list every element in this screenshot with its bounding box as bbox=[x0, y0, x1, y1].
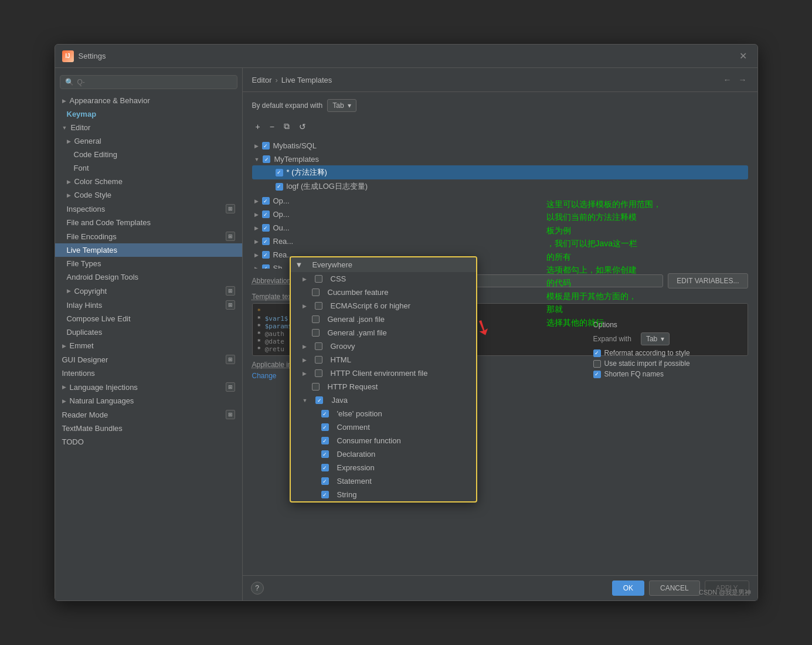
checkbox-shorten-fq[interactable]: ✓ bbox=[593, 371, 601, 378]
expand-value: Tab bbox=[332, 101, 344, 110]
cancel-button[interactable]: CANCEL bbox=[649, 580, 700, 596]
popup-item-http-req[interactable]: HTTP Request bbox=[291, 380, 476, 393]
popup-item-html[interactable]: ▶ HTML bbox=[291, 353, 476, 366]
tree-item-log-var[interactable]: ✓ logf (生成LOG日志变量) bbox=[252, 179, 748, 193]
sidebar-item-code-editing[interactable]: Code Editing bbox=[55, 148, 242, 161]
popup-item-yaml[interactable]: General .yaml file bbox=[291, 326, 476, 340]
popup-item-statement[interactable]: ✓ Statement bbox=[291, 474, 476, 488]
checkbox-ou[interactable]: ✓ bbox=[262, 224, 270, 232]
checkbox-mytemplates[interactable]: ✓ bbox=[263, 155, 270, 163]
sidebar-item-general[interactable]: ▶ General bbox=[55, 134, 242, 148]
checkbox-static-import[interactable] bbox=[593, 360, 601, 368]
checkbox-statement[interactable]: ✓ bbox=[321, 477, 329, 485]
popup-item-comment[interactable]: ✓ Comment bbox=[291, 420, 476, 434]
sidebar-item-color-scheme[interactable]: ▶ Color Scheme bbox=[55, 175, 242, 188]
popup-item-expression[interactable]: ✓ Expression bbox=[291, 461, 476, 474]
sidebar-item-language-injections[interactable]: ▶ Language Injections ⊞ bbox=[55, 380, 242, 394]
sidebar-item-duplicates[interactable]: Duplicates bbox=[55, 325, 242, 339]
popup-item-string[interactable]: ✓ String bbox=[291, 488, 476, 501]
checkbox-ecma[interactable] bbox=[315, 302, 322, 310]
checkbox-reformat[interactable]: ✓ bbox=[593, 349, 601, 357]
checkbox-log-var[interactable]: ✓ bbox=[276, 183, 283, 191]
help-button[interactable]: ? bbox=[251, 582, 264, 595]
popup-item-else-pos[interactable]: ✓ 'else' position bbox=[291, 407, 476, 420]
checkbox-op1[interactable]: ✓ bbox=[262, 197, 270, 205]
checkbox-java[interactable]: ✓ bbox=[315, 396, 323, 404]
undo-button[interactable]: ↺ bbox=[295, 120, 310, 134]
nav-back[interactable]: ← bbox=[722, 74, 733, 86]
checkbox-groovy[interactable] bbox=[315, 342, 322, 350]
popup-item-http-env[interactable]: ▶ HTTP Client environment file bbox=[291, 366, 476, 380]
search-box: 🔍 bbox=[60, 75, 237, 89]
sidebar: 🔍 ▶ Appearance & Behavior Keymap ▼ Edito… bbox=[55, 68, 243, 600]
sidebar-item-intentions[interactable]: Intentions bbox=[55, 366, 242, 380]
checkbox-consumer[interactable]: ✓ bbox=[321, 437, 329, 444]
sidebar-item-todo[interactable]: TODO bbox=[55, 435, 242, 449]
sidebar-item-emmet[interactable]: ▶ Emmet bbox=[55, 339, 242, 352]
add-button[interactable]: + bbox=[252, 120, 264, 134]
checkbox-http-req[interactable] bbox=[312, 383, 320, 391]
copy-button[interactable]: ⧉ bbox=[280, 119, 293, 134]
option-label-static-import: Use static import if possible bbox=[604, 359, 690, 368]
checkbox-json[interactable] bbox=[312, 315, 320, 323]
sidebar-item-compose-live-edit[interactable]: Compose Live Edit bbox=[55, 312, 242, 325]
checkbox-op2[interactable]: ✓ bbox=[262, 211, 270, 218]
expand-bar: By default expand with Tab ▾ bbox=[252, 99, 748, 112]
expand-with-dropdown[interactable]: Tab ▾ bbox=[641, 332, 670, 345]
sidebar-item-natural-languages[interactable]: ▶ Natural Languages bbox=[55, 394, 242, 408]
popup-item-ecma[interactable]: ▶ ECMAScript 6 or higher bbox=[291, 299, 476, 313]
chevron-down-icon: ▼ bbox=[62, 125, 67, 131]
checkbox-comment[interactable]: ✓ bbox=[321, 423, 329, 431]
label-http-env: HTTP Client environment file bbox=[331, 369, 428, 378]
popup-item-consumer[interactable]: ✓ Consumer function bbox=[291, 434, 476, 447]
checkbox-declaration[interactable]: ✓ bbox=[321, 450, 329, 458]
popup-item-cucumber[interactable]: Cucumber feature bbox=[291, 286, 476, 299]
sidebar-item-inlay-hints[interactable]: Inlay Hints ⊞ bbox=[55, 298, 242, 312]
sidebar-item-reader-mode[interactable]: Reader Mode ⊞ bbox=[55, 408, 242, 422]
sidebar-item-textmate[interactable]: TextMate Bundles bbox=[55, 422, 242, 435]
popup-item-java[interactable]: ▼ ✓ Java bbox=[291, 393, 476, 407]
sidebar-item-file-encodings[interactable]: File Encodings ⊞ bbox=[55, 229, 242, 243]
option-row-shorten-fq: ✓ Shorten FQ names bbox=[593, 370, 746, 378]
tree-item-method-comment[interactable]: ✓ * (方法注释) bbox=[252, 165, 748, 179]
popup-item-css[interactable]: ▶ CSS bbox=[291, 272, 476, 286]
close-button[interactable]: ✕ bbox=[736, 49, 750, 63]
remove-button[interactable]: − bbox=[266, 120, 278, 134]
sidebar-item-inspections[interactable]: Inspections ⊞ bbox=[55, 202, 242, 216]
popup-item-declaration[interactable]: ✓ Declaration bbox=[291, 447, 476, 461]
sidebar-item-font[interactable]: Font bbox=[55, 161, 242, 175]
checkbox-html[interactable] bbox=[315, 356, 322, 364]
checkbox-mybatis[interactable]: ✓ bbox=[262, 142, 270, 150]
sidebar-item-appearance[interactable]: ▶ Appearance & Behavior bbox=[55, 94, 242, 107]
tree-group-header-mybatis[interactable]: ▶ ✓ Mybatis/SQL bbox=[252, 140, 748, 152]
checkbox-string[interactable]: ✓ bbox=[321, 491, 329, 498]
sidebar-item-keymap[interactable]: Keymap bbox=[55, 107, 242, 121]
ok-button[interactable]: OK bbox=[612, 580, 644, 596]
checkbox-cucumber[interactable] bbox=[312, 288, 320, 296]
nav-forward[interactable]: → bbox=[738, 74, 748, 86]
checkbox-method-comment[interactable]: ✓ bbox=[276, 169, 283, 176]
search-input[interactable] bbox=[77, 78, 232, 86]
main-content: Editor › Live Templates ← → By default e… bbox=[243, 68, 757, 600]
checkbox-yaml[interactable] bbox=[312, 329, 320, 337]
sidebar-item-copyright[interactable]: ▶ Copyright ⊞ bbox=[55, 284, 242, 298]
checkbox-sh[interactable]: ✓ bbox=[262, 264, 270, 269]
sidebar-item-code-style[interactable]: ▶ Code Style bbox=[55, 188, 242, 202]
change-link[interactable]: Change bbox=[252, 372, 277, 380]
checkbox-http-env[interactable] bbox=[315, 369, 322, 377]
checkbox-rea1[interactable]: ✓ bbox=[262, 237, 270, 245]
popup-item-groovy[interactable]: ▶ Groovy bbox=[291, 340, 476, 353]
sidebar-item-editor[interactable]: ▼ Editor bbox=[55, 121, 242, 134]
popup-item-json[interactable]: General .json file bbox=[291, 313, 476, 326]
sidebar-item-live-templates[interactable]: Live Templates bbox=[55, 243, 242, 257]
sidebar-item-android-design[interactable]: Android Design Tools bbox=[55, 270, 242, 284]
sidebar-item-file-types[interactable]: File Types bbox=[55, 257, 242, 270]
checkbox-expression[interactable]: ✓ bbox=[321, 464, 329, 471]
sidebar-item-gui-designer[interactable]: GUI Designer ⊞ bbox=[55, 352, 242, 366]
checkbox-css[interactable] bbox=[315, 275, 322, 283]
checkbox-rea2[interactable]: ✓ bbox=[262, 251, 270, 259]
sidebar-item-file-code-templates[interactable]: File and Code Templates bbox=[55, 216, 242, 229]
tree-group-header-mytemplates[interactable]: ▼ ✓ MyTemplates bbox=[252, 153, 748, 165]
expand-dropdown[interactable]: Tab ▾ bbox=[327, 99, 356, 112]
checkbox-else-pos[interactable]: ✓ bbox=[321, 410, 329, 417]
